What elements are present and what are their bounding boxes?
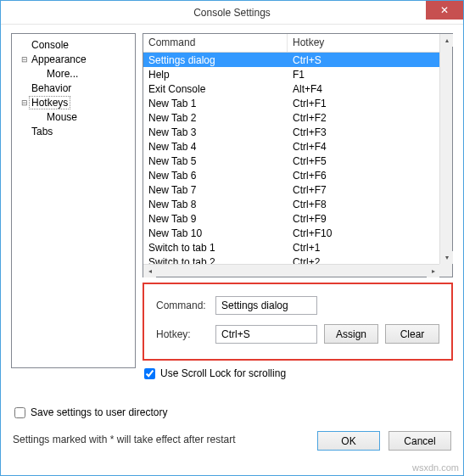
cell-hotkey: Ctrl+F4 — [288, 141, 439, 153]
cell-command: New Tab 2 — [143, 112, 288, 124]
cell-hotkey: F1 — [288, 69, 439, 81]
tree-item-mouse[interactable]: Mouse — [14, 109, 133, 124]
watermark: wsxdn.com — [412, 462, 459, 473]
tree-item-hotkeys[interactable]: ⊟Hotkeys — [14, 95, 133, 109]
cell-command: New Tab 8 — [143, 199, 288, 210]
scroll-up-icon[interactable]: ▴ — [440, 34, 453, 47]
column-hotkey[interactable]: Hotkey — [288, 34, 452, 52]
window-title: Console Settings — [193, 7, 271, 19]
title-bar: Console Settings ✕ — [1, 1, 463, 25]
clear-button[interactable]: Clear — [385, 324, 439, 344]
command-field: Settings dialog — [215, 296, 317, 315]
cell-command: New Tab 9 — [143, 213, 288, 225]
close-button[interactable]: ✕ — [426, 1, 463, 20]
table-header: Command Hotkey — [143, 34, 452, 53]
restart-note: Settings marked with * will take effect … — [13, 434, 236, 445]
table-row[interactable]: New Tab 2Ctrl+F2 — [143, 110, 439, 125]
cell-command: New Tab 3 — [143, 126, 288, 138]
content-area: Console⊟AppearanceMore...Behavior⊟Hotkey… — [1, 25, 463, 475]
close-icon: ✕ — [440, 4, 449, 16]
save-user-dir-label[interactable]: Save settings to user directory — [31, 406, 167, 418]
table-row[interactable]: New Tab 5Ctrl+F5 — [143, 154, 439, 168]
assign-button[interactable]: Assign — [324, 324, 378, 344]
cell-hotkey: Ctrl+F6 — [288, 170, 439, 182]
hotkey-table: Command Hotkey Settings dialogCtrl+SHelp… — [143, 33, 453, 277]
cell-command: Settings dialog — [143, 54, 288, 66]
cell-command: Switch to tab 1 — [143, 242, 288, 254]
scroll-right-icon[interactable]: ▸ — [427, 265, 439, 277]
table-row[interactable]: New Tab 10Ctrl+F10 — [143, 226, 439, 240]
tree-spacer-icon — [19, 126, 30, 137]
collapse-icon[interactable]: ⊟ — [19, 97, 30, 108]
table-row[interactable]: Exit ConsoleAlt+F4 — [143, 81, 439, 96]
cell-hotkey: Ctrl+F9 — [288, 213, 439, 225]
save-user-dir-checkbox[interactable] — [14, 407, 25, 418]
table-row[interactable]: New Tab 3Ctrl+F3 — [143, 125, 439, 139]
column-command[interactable]: Command — [143, 34, 288, 52]
scroll-corner — [439, 264, 452, 277]
tree-item-behavior[interactable]: Behavior — [14, 81, 133, 95]
tree-spacer-icon — [19, 82, 30, 93]
cell-command: New Tab 1 — [143, 98, 288, 109]
cell-hotkey: Ctrl+F7 — [288, 184, 439, 196]
cell-command: New Tab 4 — [143, 141, 288, 153]
table-row[interactable]: New Tab 8Ctrl+F8 — [143, 197, 439, 211]
cell-hotkey: Ctrl+F3 — [288, 126, 439, 138]
cell-command: New Tab 10 — [143, 227, 288, 239]
table-row[interactable]: Switch to tab 2Ctrl+2 — [143, 255, 439, 264]
tree-spacer-icon — [34, 68, 45, 79]
hotkey-input[interactable]: Ctrl+S — [215, 325, 317, 344]
tree-spacer-icon — [34, 111, 45, 122]
table-row[interactable]: New Tab 6Ctrl+F6 — [143, 168, 439, 182]
tree-item-tabs[interactable]: Tabs — [14, 124, 133, 138]
tree-label: Console — [30, 39, 70, 51]
cell-command: New Tab 5 — [143, 155, 288, 167]
cell-hotkey: Ctrl+F1 — [288, 98, 439, 109]
tree-spacer-icon — [19, 39, 30, 50]
cell-command: Exit Console — [143, 83, 288, 95]
table-row[interactable]: New Tab 7Ctrl+F7 — [143, 182, 439, 197]
category-tree[interactable]: Console⊟AppearanceMore...Behavior⊟Hotkey… — [11, 33, 136, 368]
cell-command: Switch to tab 2 — [143, 256, 288, 265]
cell-hotkey: Ctrl+F2 — [288, 112, 439, 124]
scroll-down-icon[interactable]: ▾ — [440, 251, 453, 264]
scroll-lock-row: Use Scroll Lock for scrolling — [144, 367, 453, 379]
horizontal-scrollbar[interactable]: ◂ ▸ — [143, 264, 439, 277]
settings-dialog: Console Settings ✕ Console⊟AppearanceMor… — [0, 0, 464, 476]
tree-item-console[interactable]: Console — [14, 37, 133, 52]
collapse-icon[interactable]: ⊟ — [19, 53, 30, 64]
tree-label: Hotkeys — [30, 97, 70, 109]
cell-hotkey: Ctrl+F5 — [288, 155, 439, 167]
hotkey-edit-panel: Command: Settings dialog Hotkey: Ctrl+S … — [143, 283, 453, 361]
scroll-lock-checkbox[interactable] — [144, 368, 155, 379]
table-row[interactable]: Switch to tab 1Ctrl+1 — [143, 240, 439, 255]
tree-label: Mouse — [45, 111, 79, 123]
table-row[interactable]: Settings dialogCtrl+S — [143, 53, 439, 67]
ok-button[interactable]: OK — [317, 431, 380, 451]
table-row[interactable]: New Tab 4Ctrl+F4 — [143, 139, 439, 154]
tree-item-appearance[interactable]: ⊟Appearance — [14, 52, 133, 66]
table-row[interactable]: New Tab 1Ctrl+F1 — [143, 96, 439, 110]
hotkey-label: Hotkey: — [156, 328, 209, 340]
scroll-lock-label[interactable]: Use Scroll Lock for scrolling — [160, 367, 286, 379]
tree-label: Tabs — [30, 126, 54, 137]
tree-label: Appearance — [30, 53, 88, 65]
cell-hotkey: Alt+F4 — [288, 83, 439, 95]
table-row[interactable]: New Tab 9Ctrl+F9 — [143, 211, 439, 226]
cell-hotkey: Ctrl+S — [288, 54, 439, 66]
cell-command: New Tab 7 — [143, 184, 288, 196]
table-row[interactable]: HelpF1 — [143, 67, 439, 81]
table-body[interactable]: Settings dialogCtrl+SHelpF1Exit ConsoleA… — [143, 53, 439, 264]
cell-hotkey: Ctrl+2 — [288, 256, 439, 265]
vertical-scrollbar[interactable]: ▴ ▾ — [439, 34, 452, 264]
cell-hotkey: Ctrl+F8 — [288, 199, 439, 210]
cell-hotkey: Ctrl+F10 — [288, 227, 439, 239]
command-label: Command: — [156, 300, 209, 311]
cell-command: Help — [143, 69, 288, 81]
tree-item-more-[interactable]: More... — [14, 66, 133, 81]
cancel-button[interactable]: Cancel — [389, 431, 451, 451]
tree-label: More... — [45, 68, 80, 80]
scroll-left-icon[interactable]: ◂ — [143, 265, 156, 277]
cell-hotkey: Ctrl+1 — [288, 242, 439, 254]
tree-label: Behavior — [30, 82, 73, 94]
